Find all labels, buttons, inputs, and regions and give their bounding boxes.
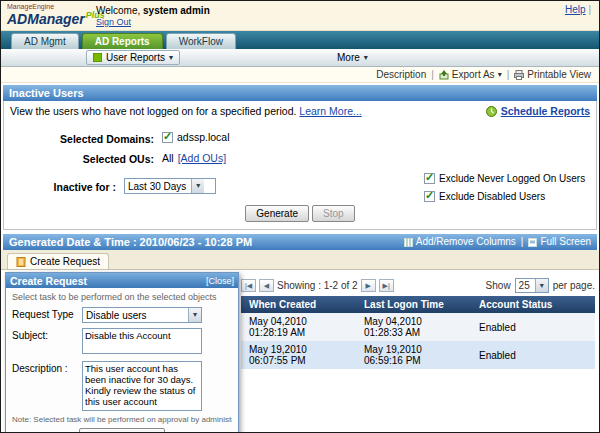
pagination-bar: |◀ ◀ Showing : 1-2 of 2 ▶ ▶| Show 25 ▾ p… xyxy=(241,276,595,294)
export-as-button[interactable]: Export As ▾ xyxy=(439,69,502,80)
selected-ous-label: Selected OUs: xyxy=(4,153,154,165)
add-ous-link[interactable]: [Add OUs] xyxy=(178,152,226,164)
inactive-for-select[interactable]: Last 30 Days ▾ xyxy=(124,178,216,194)
generate-button-row: Generate Stop xyxy=(4,205,596,222)
subject-textarea[interactable]: Disable this Account xyxy=(82,328,202,354)
report-actions-row: Description | Export As ▾ | Printable Vi… xyxy=(1,67,599,83)
inactive-for-label: Inactive for : xyxy=(4,181,116,193)
domain-checkbox[interactable]: ✓ xyxy=(162,132,173,143)
sign-out-link[interactable]: Sign Out xyxy=(96,17,131,27)
tab-ad-mgmt[interactable]: AD Mgmt xyxy=(11,33,79,49)
exclude-never-logged-label: Exclude Never Logged On Users xyxy=(439,173,585,184)
report-description-row: View the users who have not logged on fo… xyxy=(4,101,596,121)
cell-when-created: May 19,2010 06:07:55 PM xyxy=(241,341,356,369)
inactive-users-table: When Created Last Logon Time Account Sta… xyxy=(241,296,595,369)
dialog-header: Create Request [Close] xyxy=(6,273,238,288)
first-page-button[interactable]: |◀ xyxy=(241,279,256,292)
printable-view-button[interactable]: Printable View xyxy=(514,69,591,80)
schedule-reports-link[interactable]: Schedule Reports xyxy=(501,105,590,117)
separator: | xyxy=(507,69,510,80)
export-icon xyxy=(439,70,449,80)
report-title: Inactive Users xyxy=(9,85,84,101)
inactive-users-panel: View the users who have not logged on fo… xyxy=(3,101,597,230)
page-size-select[interactable]: 25 ▾ xyxy=(515,278,549,293)
printable-view-label: Printable View xyxy=(527,69,591,80)
send-request-button[interactable]: Send Request xyxy=(79,428,164,433)
show-label: Show xyxy=(486,280,511,291)
dialog-note: Note: Selected task will be performed on… xyxy=(12,415,232,424)
top-bar: ManageEngine ADManagerPlus Welcome, syst… xyxy=(1,1,599,31)
table-row[interactable]: May 04,2010 01:28:19 AM May 04,2010 01:2… xyxy=(241,313,595,341)
tab-workflow[interactable]: WorkFlow xyxy=(166,33,236,49)
inactive-users-header: Inactive Users xyxy=(3,85,597,101)
separator: | xyxy=(431,69,434,80)
cell-account-status: Enabled xyxy=(471,313,595,341)
generated-datetime: Generated Date & Time : 2010/06/23 - 10:… xyxy=(9,234,252,250)
cell-last-logon: May 19,2010 06:59:16 PM xyxy=(356,341,471,369)
report-toolbar: User Reports ▾ More ▾ xyxy=(1,49,599,67)
full-screen-button[interactable]: Full Screen xyxy=(528,234,591,250)
next-page-button[interactable]: ▶ xyxy=(361,279,376,292)
last-page-button[interactable]: ▶| xyxy=(379,279,394,292)
tab-ad-reports[interactable]: AD Reports xyxy=(82,33,163,49)
report-description: View the users who have not logged on fo… xyxy=(10,105,296,117)
create-request-tab-label: Create Request xyxy=(30,256,100,267)
user-reports-cube-icon xyxy=(93,53,102,62)
results-region: |◀ ◀ Showing : 1-2 of 2 ▶ ▶| Show 25 ▾ p… xyxy=(1,270,599,433)
welcome-label: Welcome, xyxy=(96,5,140,16)
more-menu-button[interactable]: More ▾ xyxy=(331,50,374,65)
separator: | xyxy=(521,234,524,250)
results-block: |◀ ◀ Showing : 1-2 of 2 ▶ ▶| Show 25 ▾ p… xyxy=(241,276,595,369)
column-header-when-created[interactable]: When Created xyxy=(241,296,356,313)
generate-button[interactable]: Generate xyxy=(245,205,309,222)
help-link[interactable]: Help xyxy=(565,4,586,15)
chevron-down-icon: ▾ xyxy=(169,53,173,62)
request-doc-icon xyxy=(16,257,26,267)
description-textarea[interactable]: This user account has been inactive for … xyxy=(82,361,202,411)
chevron-down-icon: ▾ xyxy=(535,279,548,292)
product-logo: ManageEngine ADManagerPlus xyxy=(7,3,105,26)
create-request-tab[interactable]: Create Request xyxy=(7,253,109,269)
selected-domain-value: ✓ adssp.local xyxy=(162,131,230,143)
add-remove-columns-button[interactable]: Add/Remove Columns xyxy=(404,234,516,250)
create-request-dialog: Create Request [Close] Select task to be… xyxy=(5,272,239,433)
table-header-row: When Created Last Logon Time Account Sta… xyxy=(241,296,595,313)
exclude-disabled-checkbox[interactable]: ✓ xyxy=(424,191,435,202)
description-label: Description : xyxy=(12,361,82,413)
main-tab-bar: AD Mgmt AD Reports WorkFlow xyxy=(1,31,599,49)
dialog-instruction: Select task to be performed on the selec… xyxy=(12,292,232,302)
description-link[interactable]: Description xyxy=(376,69,426,80)
help-block: Help | xyxy=(565,4,591,15)
exclude-never-logged-checkbox[interactable]: ✓ xyxy=(424,173,435,184)
generated-results-header: Generated Date & Time : 2010/06/23 - 10:… xyxy=(3,234,597,250)
dialog-close-button[interactable]: [Close] xyxy=(206,276,234,286)
report-criteria-form: Selected Domains: ✓ adssp.local Selected… xyxy=(4,121,596,229)
per-page-label: per page. xyxy=(553,280,595,291)
domain-name: adssp.local xyxy=(177,131,230,143)
full-screen-icon xyxy=(528,238,537,247)
result-tabs-strip: Create Request xyxy=(1,250,599,270)
user-reports-label: User Reports xyxy=(106,52,165,63)
stop-button[interactable]: Stop xyxy=(312,205,355,222)
printer-icon xyxy=(514,70,524,80)
table-row[interactable]: May 19,2010 06:07:55 PM May 19,2010 06:5… xyxy=(241,341,595,369)
user-reports-menu-button[interactable]: User Reports ▾ xyxy=(86,50,180,65)
help-separator: | xyxy=(588,4,591,15)
inactive-for-selected-value: Last 30 Days xyxy=(128,181,186,192)
full-screen-label: Full Screen xyxy=(540,234,591,250)
add-remove-columns-label: Add/Remove Columns xyxy=(416,234,516,250)
subject-label: Subject: xyxy=(12,328,82,356)
chevron-down-icon: ▾ xyxy=(191,179,204,193)
welcome-block: Welcome, system admin Sign Out xyxy=(96,5,210,28)
learn-more-link[interactable]: Learn More... xyxy=(299,105,361,117)
more-label: More xyxy=(337,52,360,63)
product-name: ADManager xyxy=(7,11,85,27)
prev-page-button[interactable]: ◀ xyxy=(259,279,274,292)
column-header-account-status[interactable]: Account Status xyxy=(471,296,595,313)
selected-ous-value: All [Add OUs] xyxy=(162,152,226,164)
cell-when-created: May 04,2010 01:28:19 AM xyxy=(241,313,356,341)
dialog-title: Create Request xyxy=(10,275,87,287)
check-icon: ✓ xyxy=(163,130,172,143)
request-type-select[interactable]: Disable users ▾ xyxy=(82,307,202,323)
column-header-last-logon[interactable]: Last Logon Time xyxy=(356,296,471,313)
